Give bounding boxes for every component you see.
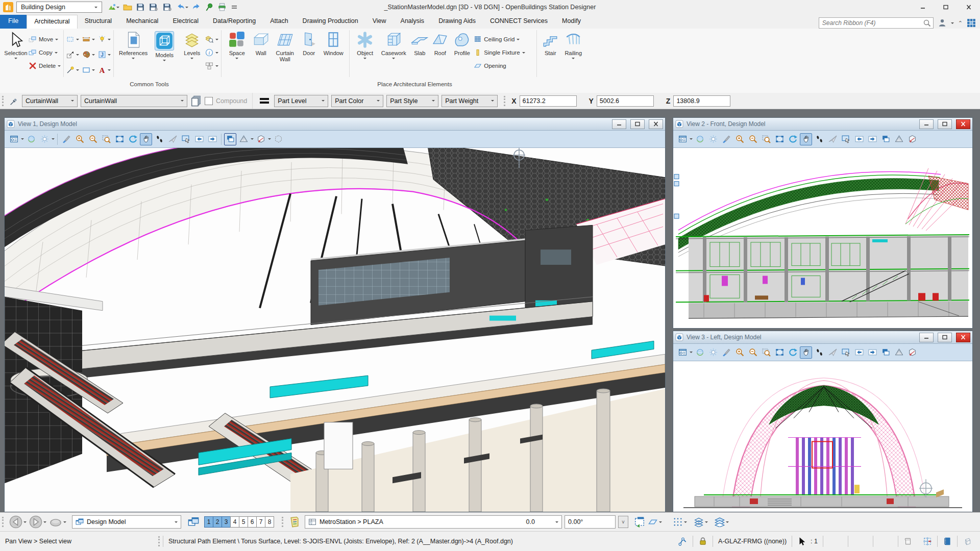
display-style-icon[interactable] bbox=[25, 133, 37, 145]
close-button[interactable] bbox=[957, 0, 980, 14]
zoom-in-icon[interactable] bbox=[74, 133, 86, 145]
object-button[interactable]: Object bbox=[352, 29, 378, 61]
display-style-icon[interactable] bbox=[694, 133, 706, 145]
accudraw-shortcuts-button[interactable] bbox=[205, 59, 218, 72]
user-account-icon[interactable] bbox=[938, 18, 947, 28]
selection-indicator[interactable]: : 1 bbox=[792, 535, 823, 547]
stair-button[interactable]: Stair bbox=[540, 29, 561, 56]
view3-maximize-button[interactable] bbox=[938, 333, 952, 342]
fly-icon[interactable] bbox=[166, 133, 179, 145]
zoom-out-icon[interactable] bbox=[747, 133, 759, 145]
levels-button[interactable]: Levels bbox=[179, 29, 205, 61]
rotation-angle-input[interactable]: 0.00° bbox=[565, 515, 616, 529]
clip-volume-icon[interactable] bbox=[237, 133, 250, 145]
single-fixture-button[interactable]: Single Fixture bbox=[474, 46, 534, 59]
fly-icon[interactable] bbox=[826, 346, 839, 359]
clip-element-icon[interactable] bbox=[272, 133, 284, 145]
fence-tool-button[interactable] bbox=[66, 35, 79, 43]
view1-maximize-button[interactable] bbox=[630, 119, 645, 129]
fly-icon[interactable] bbox=[826, 133, 839, 145]
floor-manager-button[interactable] bbox=[289, 516, 300, 528]
view-toggle-6[interactable]: 6 bbox=[248, 516, 257, 528]
delete-button[interactable]: Delete bbox=[29, 59, 61, 72]
pin-icon[interactable] bbox=[205, 3, 214, 12]
navigate-view-icon[interactable] bbox=[180, 133, 192, 145]
space-button[interactable]: Space bbox=[224, 29, 250, 61]
tab-electrical[interactable]: Electrical bbox=[165, 15, 206, 29]
accudraw-grip[interactable] bbox=[504, 96, 507, 106]
part-color-dropdown[interactable]: Part Color bbox=[331, 95, 383, 107]
view1-titlebar[interactable]: View 1, Design Model bbox=[5, 118, 665, 131]
search-icon[interactable] bbox=[923, 19, 931, 27]
toolbar-grip[interactable] bbox=[2, 96, 6, 106]
back-button[interactable] bbox=[9, 515, 27, 529]
open-folder-icon[interactable] bbox=[123, 3, 132, 12]
copy-view-icon[interactable] bbox=[224, 133, 236, 145]
view3-minimize-button[interactable] bbox=[919, 333, 934, 342]
view-toggle-3[interactable]: 3 bbox=[222, 516, 231, 528]
model-status-icon[interactable] bbox=[958, 535, 980, 547]
part-dropdown[interactable]: CurtainWall bbox=[81, 95, 187, 107]
window-area-icon[interactable] bbox=[760, 346, 772, 359]
match-eyedropper-icon[interactable] bbox=[10, 96, 19, 106]
level-display-button[interactable] bbox=[205, 33, 218, 46]
app-icon[interactable] bbox=[3, 2, 13, 12]
tab-attach[interactable]: Attach bbox=[263, 15, 295, 29]
clip-mask-icon[interactable] bbox=[906, 346, 918, 359]
opening-button[interactable]: Opening bbox=[474, 59, 534, 72]
view-next-icon[interactable] bbox=[206, 133, 218, 145]
undo-icon[interactable] bbox=[176, 3, 188, 12]
slab-button[interactable]: Slab bbox=[409, 29, 430, 56]
clip-mask-icon[interactable] bbox=[906, 133, 918, 145]
manage-view-groups-button[interactable] bbox=[188, 516, 199, 528]
tab-architectural[interactable]: Architectural bbox=[27, 15, 77, 29]
lighting-icon[interactable] bbox=[38, 133, 51, 145]
tab-analysis[interactable]: Analysis bbox=[394, 15, 432, 29]
measure-tool-button[interactable] bbox=[82, 35, 95, 43]
view-previous-icon[interactable] bbox=[853, 346, 865, 359]
maximize-button[interactable] bbox=[934, 0, 957, 14]
fit-view-icon[interactable] bbox=[773, 346, 786, 359]
walk-icon[interactable] bbox=[813, 346, 825, 359]
grid-points-button[interactable] bbox=[673, 517, 687, 527]
layer-display-button[interactable] bbox=[715, 517, 729, 527]
customize-quick-access-icon[interactable] bbox=[230, 3, 238, 11]
statusbar-grip[interactable] bbox=[158, 536, 162, 546]
models-button[interactable]: Models bbox=[150, 29, 179, 63]
snaps-icon[interactable] bbox=[673, 535, 693, 547]
view-toggle-7[interactable]: 7 bbox=[256, 516, 265, 528]
user-chevron-icon[interactable] bbox=[951, 22, 954, 26]
toolbar-grip[interactable] bbox=[282, 517, 285, 527]
view1-close-button[interactable] bbox=[649, 119, 663, 129]
active-level[interactable]: A-GLAZ-FRMG ((none)) bbox=[713, 535, 792, 547]
update-view-icon[interactable] bbox=[720, 346, 732, 359]
view-previous-icon[interactable] bbox=[853, 133, 865, 145]
view3-close-button[interactable] bbox=[956, 333, 970, 342]
floor-selector-dropdown[interactable]: MetroStation > PLAZA 0.0 bbox=[305, 515, 562, 529]
redo-icon[interactable] bbox=[192, 3, 201, 12]
casework-button[interactable]: Casework bbox=[378, 29, 409, 61]
element-information-button[interactable] bbox=[205, 46, 218, 59]
symbology-tool-button[interactable] bbox=[82, 51, 95, 59]
update-view-icon[interactable] bbox=[720, 133, 732, 145]
rotate-view-icon[interactable] bbox=[127, 133, 139, 145]
view-toggle-2[interactable]: 2 bbox=[213, 516, 222, 528]
view-toggle-4[interactable]: 4 bbox=[230, 516, 239, 528]
grid-lines-button[interactable] bbox=[694, 517, 708, 527]
view-previous-icon[interactable] bbox=[193, 133, 205, 145]
view1-viewport[interactable] bbox=[5, 148, 665, 512]
ceiling-grid-button[interactable]: Ceiling Grid bbox=[474, 33, 534, 46]
minimize-button[interactable] bbox=[911, 0, 934, 14]
tab-connect-services[interactable]: CONNECT Services bbox=[483, 15, 555, 29]
tab-structural[interactable]: Structural bbox=[78, 15, 119, 29]
history-button[interactable] bbox=[49, 515, 66, 529]
lighting-icon[interactable] bbox=[707, 346, 719, 359]
scale-tool-button[interactable] bbox=[66, 51, 79, 59]
pan-view-icon[interactable] bbox=[800, 346, 812, 359]
explorer-icon[interactable] bbox=[108, 3, 119, 11]
view1-minimize-button[interactable] bbox=[612, 119, 626, 129]
view-attributes-icon[interactable] bbox=[676, 133, 689, 145]
zoom-in-icon[interactable] bbox=[733, 346, 746, 359]
view-next-icon[interactable] bbox=[866, 133, 878, 145]
workflow-selector[interactable]: Building Design bbox=[16, 2, 102, 13]
